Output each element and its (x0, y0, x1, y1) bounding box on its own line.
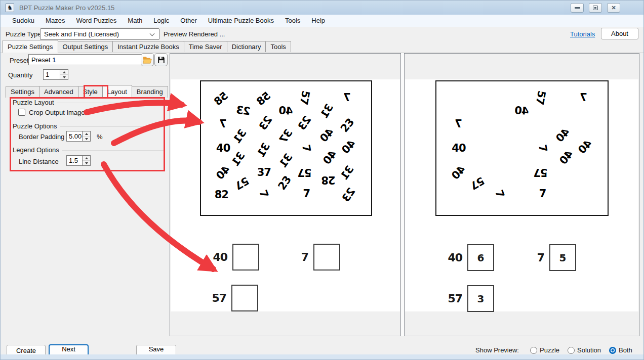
save-preset-button[interactable] (154, 53, 168, 66)
minimize-button[interactable] (571, 3, 584, 13)
puzzle-number: 7 (536, 144, 549, 153)
radio-label: Both (619, 346, 632, 354)
tab-instant-puzzle-books[interactable]: Instant Puzzle Books (112, 41, 184, 53)
legend-count-box: 5 (549, 244, 576, 271)
puzzle-number: 40 (576, 138, 594, 156)
maximize-button[interactable] (589, 3, 602, 13)
line-distance-label: Line Distance (19, 158, 59, 165)
footer-bar: Create Next Preview Save Preview Show Pr… (1, 336, 643, 355)
puzzle-number: 23 (340, 186, 358, 204)
solution-render-area: 40577740407404040575777 40 6 7 5 57 3 (405, 79, 638, 311)
puzzle-number: 57 (233, 174, 251, 191)
menu-other[interactable]: Other (175, 15, 203, 27)
menu-math[interactable]: Math (122, 15, 148, 27)
puzzle-number: 40 (279, 104, 294, 117)
tab-tools[interactable]: Tools (265, 41, 291, 53)
subtab-layout[interactable]: Layout (102, 85, 132, 98)
puzzle-number: 58 (212, 89, 230, 108)
quantity-stepper[interactable] (43, 69, 68, 80)
tab-time-saver[interactable]: Time Saver (184, 41, 227, 53)
legend-item: 57 3 (442, 285, 494, 312)
puzzle-number: 31 (231, 127, 249, 145)
border-padding-input[interactable] (66, 131, 82, 142)
legend-count-box: 3 (467, 285, 494, 312)
tab-output-settings[interactable]: Output Settings (58, 41, 113, 53)
radio-circle[interactable] (568, 347, 575, 354)
tab-puzzle-settings[interactable]: Puzzle Settings (3, 40, 58, 53)
puzzle-number: 40 (318, 125, 336, 144)
preset-input[interactable] (28, 54, 148, 65)
puzzle-number: 31 (229, 150, 247, 168)
puzzle-number: 40 (321, 148, 339, 166)
tab-dictionary[interactable]: Dictionary (227, 41, 266, 53)
legend-label: 7 (288, 251, 308, 263)
radio-circle[interactable] (609, 347, 616, 354)
puzzle-number: 40 (515, 104, 530, 117)
puzzle-type-dropdown[interactable]: Seek and Find (Licensed) (40, 28, 159, 40)
menu-ultimate-puzzle-books[interactable]: Ultimate Puzzle Books (203, 15, 279, 27)
subtab-settings[interactable]: Settings (6, 86, 39, 98)
chevron-down-icon (150, 31, 155, 36)
puzzle-number: 7 (493, 188, 506, 199)
puzzle-number: 57 (298, 89, 312, 105)
border-padding-spin-buttons[interactable] (82, 131, 91, 142)
window-title: BPT Puzzle Maker Pro v2025.15 (19, 4, 114, 12)
puzzle-number: 7 (220, 118, 227, 130)
puzzle-number: 40 (554, 125, 572, 144)
close-button[interactable]: ✕ (607, 3, 620, 13)
menu-tools[interactable]: Tools (279, 15, 306, 27)
radio-both[interactable]: Both (609, 346, 632, 354)
menu-help[interactable]: Help (306, 15, 331, 27)
line-distance-input[interactable] (66, 155, 82, 166)
close-icon: ✕ (611, 5, 616, 11)
border-padding-stepper[interactable] (66, 131, 91, 142)
line-distance-stepper[interactable] (66, 155, 91, 166)
radio-puzzle[interactable]: Puzzle (530, 346, 559, 354)
subtab-branding[interactable]: Branding (132, 86, 168, 98)
puzzle-number: 7 (303, 188, 310, 200)
puzzle-number: 31 (318, 102, 335, 120)
puzzle-number: 40 (340, 138, 358, 156)
preset-label: Preset (10, 57, 29, 64)
menu-bar: SudokuMazesWord PuzzlesMathLogicOtherUlt… (1, 15, 643, 27)
tutorials-link[interactable]: Tutorials (570, 30, 595, 38)
radio-solution[interactable]: Solution (568, 346, 601, 354)
puzzle-number: 58 (255, 89, 273, 108)
puzzle-number: 40 (557, 148, 576, 166)
crop-output-label: Crop Output Image (29, 109, 85, 116)
legend-label: 40 (442, 251, 462, 264)
puzzle-number: 57 (534, 89, 548, 105)
minimize-icon (575, 7, 580, 9)
menu-mazes[interactable]: Mazes (40, 15, 70, 27)
subtab-advanced[interactable]: Advanced (39, 86, 78, 98)
crop-output-checkbox[interactable] (18, 109, 25, 116)
quantity-input[interactable] (43, 69, 60, 80)
title-bar: ♞ BPT Puzzle Maker Pro v2025.15 ✕ (1, 1, 643, 15)
subtab-style[interactable]: Style (78, 86, 103, 98)
menu-logic[interactable]: Logic (148, 15, 175, 27)
puzzle-number: 40 (216, 142, 230, 154)
line-distance-spin-buttons[interactable] (82, 155, 91, 166)
group-puzzle-layout-label: Puzzle Layout (13, 99, 57, 106)
about-button[interactable]: About (601, 28, 638, 39)
menu-sudoku[interactable]: Sudoku (7, 15, 40, 27)
puzzle-number: 57 (298, 166, 311, 178)
quantity-spin-buttons[interactable] (60, 69, 68, 80)
puzzle-type-value: Seek and Find (Licensed) (44, 30, 119, 38)
quantity-label: Quantity (8, 71, 32, 79)
open-preset-button[interactable] (141, 53, 154, 66)
border-padding-unit: % (97, 133, 103, 141)
app-icon: ♞ (6, 4, 14, 12)
group-puzzle-options-label: Puzzle Options (13, 122, 60, 130)
legend-label: 40 (207, 251, 227, 263)
radio-circle[interactable] (530, 347, 537, 354)
menu-word-puzzles[interactable]: Word Puzzles (70, 15, 122, 27)
preview-status-text: Preview Rendered ... (164, 30, 225, 38)
puzzle-number: 7 (257, 188, 271, 199)
puzzle-number: 31 (338, 163, 356, 181)
legend-label: 7 (524, 251, 544, 264)
toolbar: Puzzle Type Seek and Find (Licensed) Pre… (1, 27, 643, 41)
border-padding-label: Border Padding (19, 133, 64, 141)
puzzle-number: 31 (255, 141, 272, 159)
puzzle-render-area: 5823584057317723232331374040317403131404… (171, 79, 400, 311)
